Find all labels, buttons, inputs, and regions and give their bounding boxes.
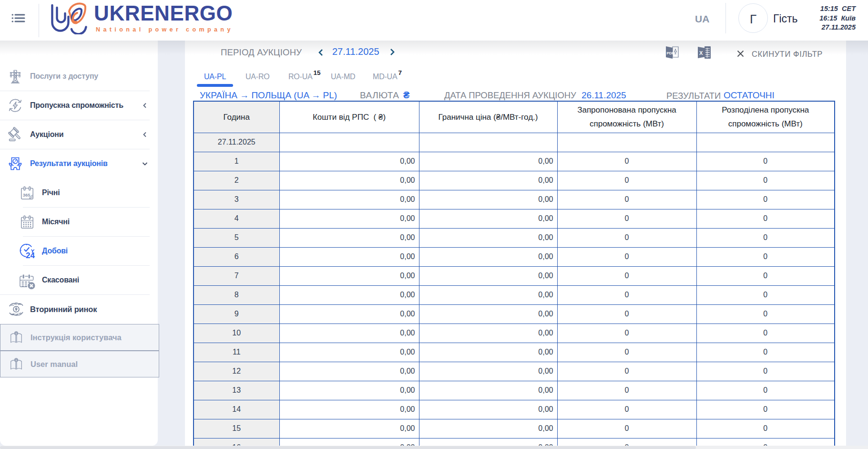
svg-text:365: 365: [23, 192, 31, 198]
svg-text:24: 24: [26, 251, 35, 260]
